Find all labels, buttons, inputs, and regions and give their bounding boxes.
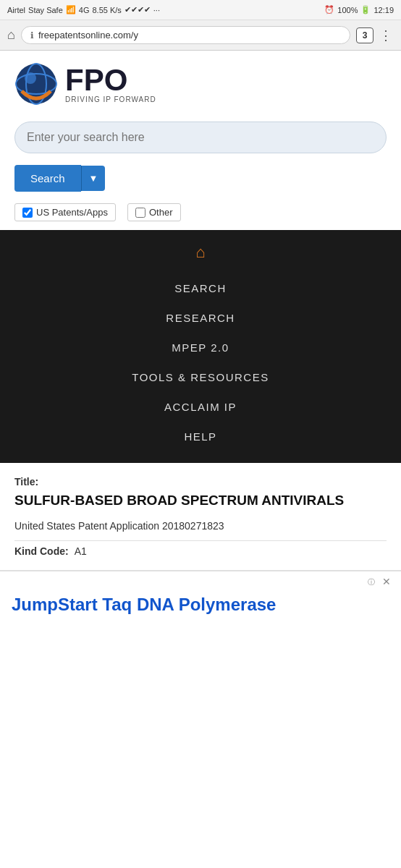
time-label: 12:19 — [373, 6, 394, 14]
page-content: FPO DRIVING IP FORWARD Search ▼ US Paten… — [0, 51, 401, 626]
logo-tagline: DRIVING IP FORWARD — [65, 95, 156, 103]
url-text: freepatentsonline.com/y — [38, 30, 341, 41]
ad-info-icon: ⓘ — [368, 577, 375, 587]
carrier-label: Airtel — [7, 6, 25, 14]
patent-kind-code-row: Kind Code: A1 — [14, 541, 387, 561]
ad-banner: ⓘ ✕ JumpStart Taq DNA Polymerase — [0, 570, 401, 626]
logo-name: FPO — [65, 65, 156, 95]
info-icon: ℹ — [30, 30, 34, 41]
patent-application-number: United States Patent Application 2018027… — [14, 520, 387, 532]
browser-chrome: ⌂ ℹ freepatentsonline.com/y 3 ⋮ — [0, 20, 401, 51]
network-icon: 📶 — [66, 5, 76, 14]
filter-checkboxes-row: US Patents/Apps Other — [0, 200, 401, 230]
us-patents-label: US Patents/Apps — [36, 207, 108, 218]
patent-title-label: Title: — [14, 476, 387, 488]
network-label: 4G — [79, 6, 90, 14]
speed-label: 8.55 K/s — [92, 6, 121, 14]
patent-kind-code-value: A1 — [75, 545, 87, 557]
status-bar: Airtel Stay Safe 📶 4G 8.55 K/s ✔✔✔✔ ··· … — [0, 0, 401, 20]
nav-home-icon[interactable]: ⌂ — [0, 237, 401, 268]
nav-item-mpep[interactable]: MPEP 2.0 — [0, 333, 401, 362]
patent-content: Title: SULFUR-BASED BROAD SPECTRUM ANTIV… — [0, 463, 401, 570]
dots-label: ··· — [153, 6, 160, 14]
address-bar[interactable]: ℹ freepatentsonline.com/y — [21, 26, 350, 44]
ad-title[interactable]: JumpStart Taq DNA Polymerase — [12, 593, 389, 616]
other-filter[interactable]: Other — [127, 203, 181, 221]
nav-item-tools[interactable]: TOOLS & RESOURCES — [0, 362, 401, 392]
svg-point-3 — [25, 72, 36, 84]
search-button-row: Search ▼ — [0, 159, 401, 200]
stay-safe-label: Stay Safe — [28, 6, 63, 14]
nav-item-research[interactable]: RESEARCH — [0, 303, 401, 333]
search-button[interactable]: Search — [14, 165, 81, 192]
browser-home-button[interactable]: ⌂ — [7, 27, 15, 43]
search-area — [0, 113, 401, 159]
other-checkbox[interactable] — [135, 208, 145, 218]
alarm-icon: ⏰ — [324, 5, 334, 14]
status-left: Airtel Stay Safe 📶 4G 8.55 K/s ✔✔✔✔ ··· — [7, 5, 160, 14]
battery-icon: 🔋 — [360, 5, 371, 14]
browser-menu-button[interactable]: ⋮ — [379, 27, 394, 43]
nav-item-help[interactable]: HELP — [0, 422, 401, 451]
check-icons: ✔✔✔✔ — [124, 5, 151, 14]
search-input[interactable] — [14, 122, 387, 153]
navigation-menu: ⌂ SEARCH RESEARCH MPEP 2.0 TOOLS & RESOU… — [0, 230, 401, 463]
nav-item-acclaim[interactable]: ACCLAIM IP — [0, 392, 401, 422]
fpo-logo-icon — [14, 62, 58, 106]
patent-title: SULFUR-BASED BROAD SPECTRUM ANTIVIRALS — [14, 492, 387, 510]
search-dropdown-button[interactable]: ▼ — [81, 166, 106, 191]
logo-text-area: FPO DRIVING IP FORWARD — [65, 65, 156, 103]
other-label: Other — [149, 207, 173, 218]
patent-kind-code-label: Kind Code: — [14, 545, 69, 557]
tab-count-badge[interactable]: 3 — [356, 27, 373, 43]
us-patents-filter[interactable]: US Patents/Apps — [14, 203, 116, 221]
nav-item-search[interactable]: SEARCH — [0, 273, 401, 303]
status-right: ⏰ 100% 🔋 12:19 — [324, 5, 394, 14]
logo-area: FPO DRIVING IP FORWARD — [0, 51, 401, 113]
ad-info-label: ⓘ — [368, 577, 375, 587]
ad-close-button[interactable]: ✕ — [382, 576, 391, 587]
battery-label: 100% — [337, 6, 358, 14]
us-patents-checkbox[interactable] — [22, 208, 33, 218]
